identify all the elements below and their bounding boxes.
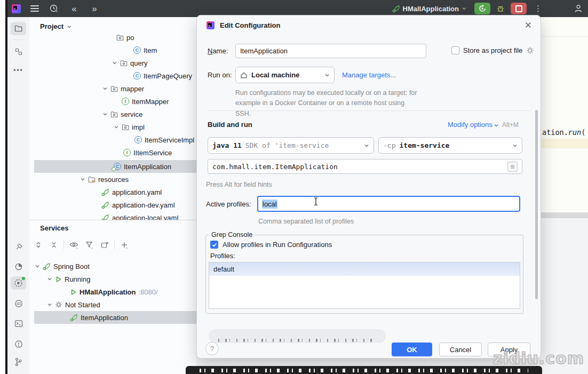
hamburger-menu-icon[interactable] <box>30 5 39 12</box>
grep-console-group: Grep Console Allow profiles in Run Confi… <box>205 231 523 314</box>
class-icon: C <box>133 72 141 79</box>
services-item-hmallapplication[interactable]: HMallApplication :8080/ <box>70 285 158 298</box>
chevron-down-icon <box>364 144 369 148</box>
forward-icon[interactable]: » <box>89 3 100 14</box>
chevron-down-icon[interactable] <box>494 123 499 128</box>
dialog-scrollbar[interactable] <box>535 110 538 299</box>
store-settings-gear-icon[interactable] <box>526 46 534 54</box>
services-toolbar <box>33 238 130 251</box>
editor-code-fragment[interactable]: ation.run( <box>542 128 585 137</box>
more-options-kebab-icon[interactable]: ⋮ <box>534 4 542 13</box>
allow-profiles-checkbox[interactable] <box>210 241 218 249</box>
filter-icon[interactable] <box>83 239 95 251</box>
letterbox-strip <box>0 0 5 374</box>
help-button[interactable]: ? <box>205 342 219 355</box>
terminal-tool-icon[interactable] <box>11 317 26 330</box>
package-folder-icon <box>116 34 124 41</box>
chevron-down-icon <box>35 264 40 268</box>
profiles-listbox[interactable]: default <box>209 262 520 309</box>
back-icon[interactable]: « <box>69 3 80 14</box>
build-tool-icon[interactable] <box>11 240 26 253</box>
active-profiles-input[interactable]: local <box>257 196 520 212</box>
close-icon[interactable]: ✕ <box>525 20 532 31</box>
modify-options-shortcut: Alt+M <box>502 121 519 129</box>
jdk-select[interactable]: java 11 SDK of 'item-service <box>208 137 374 154</box>
manage-targets-link[interactable]: Manage targets... <box>342 71 396 79</box>
package-folder-icon <box>120 60 128 67</box>
tree-item-ItemServiceImpl[interactable]: C ItemServiceImpl <box>134 133 194 146</box>
name-label: Name: <box>208 47 228 55</box>
text-cursor-pointer <box>313 197 319 206</box>
ok-button[interactable]: OK <box>392 343 432 356</box>
letterbox-line <box>5 0 7 374</box>
name-input[interactable]: ItemApplication <box>235 44 426 58</box>
services-item-not-started[interactable]: Not Started <box>47 298 100 311</box>
store-as-project-file-checkbox[interactable] <box>451 46 459 54</box>
profiler-tool-icon[interactable] <box>11 260 26 273</box>
project-tool-icon[interactable] <box>11 22 26 35</box>
tree-item-mapper[interactable]: mapper <box>102 82 144 95</box>
tree-item-Item[interactable]: C Item <box>133 44 157 57</box>
tree-item-po[interactable]: po <box>116 31 134 44</box>
meet-grid-tool-icon[interactable] <box>11 297 26 310</box>
add-service-icon[interactable] <box>118 239 130 251</box>
home-icon <box>240 71 248 78</box>
service-port[interactable]: :8080/ <box>138 288 157 296</box>
package-folder-icon <box>110 85 118 92</box>
package-folder-icon <box>110 111 118 118</box>
dialog-title: Edit Configuration <box>220 21 280 29</box>
store-as-project-file-row[interactable]: Store as project file <box>451 46 534 54</box>
services-item-spring-boot[interactable]: Spring Boot <box>35 260 90 273</box>
recent-files-clock-icon[interactable] <box>49 3 59 14</box>
chevron-down-icon <box>67 25 72 29</box>
spring-boot-class-icon: C <box>114 163 121 170</box>
tree-item-resources[interactable]: resources <box>80 173 129 186</box>
more-tool-windows-icon[interactable]: ••• <box>11 63 26 76</box>
open-in-new-tab-icon[interactable] <box>99 239 110 251</box>
profile-icon[interactable] <box>573 3 584 14</box>
view-options-eye-icon[interactable] <box>68 239 80 251</box>
field-hints-icon[interactable] <box>507 162 518 172</box>
services-tool-icon[interactable] <box>11 276 26 290</box>
classpath-module-select[interactable]: -cp item-service <box>378 137 522 154</box>
main-class-input[interactable]: com.hmall.item.ItemApplication <box>208 159 522 174</box>
services-item-itemapplication[interactable]: ItemApplication <box>70 311 128 324</box>
git-branch-tool-icon[interactable] <box>11 355 26 369</box>
tree-item-application-yaml[interactable]: application.yaml <box>101 186 162 198</box>
modify-options-link[interactable]: Modify options <box>448 121 492 129</box>
profiles-list-label: Profiles: <box>210 252 523 260</box>
chevron-down-icon <box>102 112 108 116</box>
allow-profiles-row[interactable]: Allow profiles in Run Configurations <box>210 241 523 249</box>
tree-item-ItemApplication[interactable]: C ItemApplication <box>114 160 171 173</box>
tree-item-service[interactable]: service <box>102 108 142 121</box>
collapse-all-icon[interactable] <box>48 239 60 251</box>
profiles-list-item[interactable]: default <box>209 262 520 276</box>
tree-item-ItemMapper[interactable]: I ItemMapper <box>122 95 169 108</box>
rerun-button[interactable] <box>474 3 490 14</box>
tree-item-IItemService[interactable]: I IItemService <box>123 146 172 159</box>
project-panel-title: Project <box>40 22 63 30</box>
tree-item-application-dev-yaml[interactable]: application-dev.yaml <box>101 198 175 211</box>
services-panel-title: Services <box>40 224 69 232</box>
play-icon <box>55 276 62 283</box>
allow-profiles-label: Allow profiles in Run Configurations <box>223 241 332 249</box>
class-icon: C <box>134 136 142 144</box>
tree-item-impl[interactable]: impl <box>114 121 145 133</box>
chevron-down-icon <box>324 73 330 77</box>
services-item-running[interactable]: Running <box>47 273 90 285</box>
run-configuration-selector[interactable]: HMallApplication <box>392 5 467 13</box>
cancel-button[interactable]: Cancel <box>439 343 482 356</box>
run-on-select[interactable]: Local machine <box>235 67 335 83</box>
problems-tool-icon[interactable] <box>11 337 26 351</box>
play-icon <box>70 289 77 296</box>
structure-tool-icon[interactable] <box>11 45 26 58</box>
tree-item-query[interactable]: query <box>112 57 148 69</box>
stop-button[interactable] <box>511 3 527 14</box>
expand-all-icon[interactable] <box>33 239 44 251</box>
tree-item-ItemPageQuery[interactable]: C ItemPageQuery <box>133 69 192 82</box>
class-icon: C <box>133 46 141 54</box>
project-panel-header[interactable]: Project <box>40 22 72 30</box>
build-and-run-header: Build and run <box>208 121 252 129</box>
debug-bug-icon[interactable] <box>495 3 506 14</box>
scrolled-option-pill[interactable] <box>209 329 386 343</box>
